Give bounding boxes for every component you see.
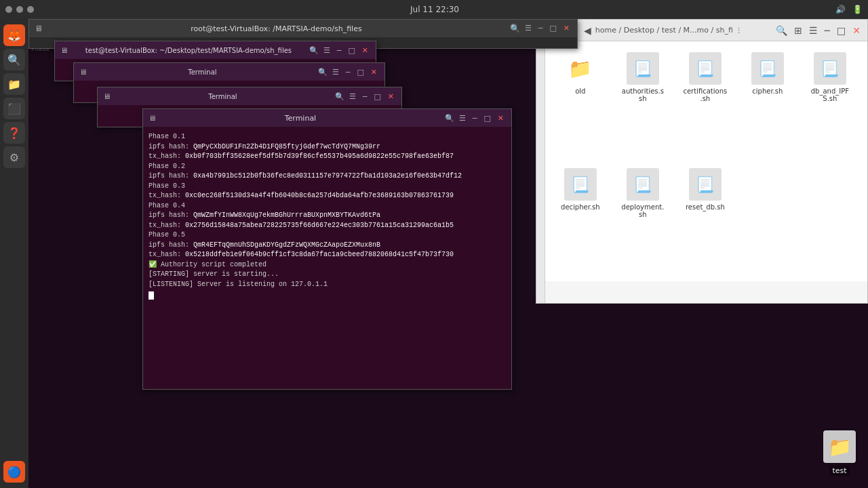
term5-buttons[interactable]: 🔍 ☰ ─ □ ✕ <box>510 24 572 33</box>
fm-item-cipher[interactable]: 📃 cipher.sh <box>741 49 795 157</box>
terminal-cursor <box>149 291 154 300</box>
fm-item-reset-db[interactable]: 📃 reset_db.sh <box>678 165 732 273</box>
fm-breadcrumb-m[interactable]: M...mo <box>684 26 709 35</box>
fm-breadcrumb-desktop[interactable]: Desktop <box>624 26 654 35</box>
main-search-btn[interactable]: 🔍 <box>445 114 454 123</box>
fm-sidebar-strip <box>536 41 545 303</box>
sidebar-icon-firefox[interactable]: 🦊 <box>3 24 25 46</box>
term2-minimize[interactable]: ─ <box>361 92 370 101</box>
main-terminal-body: Phase 0.1 ipfs hash: QmPyCXbDUF1Fn2Zb4D1… <box>143 127 511 389</box>
main-hamburger[interactable]: ☰ <box>457 114 468 123</box>
term4-hamburger[interactable]: ☰ <box>321 46 332 55</box>
fm-breadcrumb-text: home / Desktop / test / M...mo / sh_fi <box>595 26 733 35</box>
main-terminal-title: Terminal <box>160 114 441 123</box>
fm-toolbar-actions[interactable]: 🔍 ⊞ ☰ ─ □ ✕ <box>774 24 862 37</box>
taskbar-network-icon: 🔊 <box>835 5 846 14</box>
term3-close[interactable]: ✕ <box>369 68 379 77</box>
fm-item-certifications[interactable]: 📃 certifications.sh <box>678 49 732 157</box>
term4-buttons[interactable]: 🔍 ☰ ─ □ ✕ <box>309 46 370 55</box>
fm-item-decipher[interactable]: 📃 decipher.sh <box>553 165 608 273</box>
term4-maximize[interactable]: □ <box>346 46 357 55</box>
taskbar-right: 🔊 🔋 <box>835 5 863 14</box>
term4-title: test@test-VirtualBox: ~/Desktop/test/MAR… <box>72 47 305 54</box>
fm-item-db-icon: 📃 <box>814 52 846 85</box>
term2-search-btn[interactable]: 🔍 <box>335 92 344 101</box>
term-line-ipfs4: ipfs hash: QmWZmfYInWW8XqUg7ekmBGhUrrraB… <box>149 211 506 221</box>
term-cursor-line <box>149 289 506 300</box>
term-line-tx5: tx_hash: 0x5218ddfeb1e9f064b9cff1cf3c8da… <box>149 250 506 260</box>
fm-close-window-btn[interactable]: ✕ <box>851 24 862 37</box>
term5-close-btn[interactable]: ✕ <box>561 24 572 33</box>
fm-maximize-window-btn[interactable]: □ <box>835 24 847 37</box>
main-close[interactable]: ✕ <box>496 114 506 123</box>
fm-search-btn[interactable]: 🔍 <box>774 24 789 37</box>
term4-search-btn[interactable]: 🔍 <box>309 46 319 55</box>
term5-hamburger-btn[interactable]: ☰ <box>523 24 534 33</box>
fm-body: 📁 old 📃 authorities.ssh 📃 certifications… <box>536 41 867 303</box>
file-manager: ◀ home / Desktop / test / M...mo / sh_fi… <box>536 19 868 304</box>
fm-minimize-window-btn[interactable]: ─ <box>823 24 831 37</box>
term-line-phase01: Phase 0.1 <box>149 132 506 142</box>
sidebar-icon-help[interactable]: ❓ <box>3 122 25 144</box>
term2-maximize[interactable]: □ <box>372 92 382 101</box>
term2-buttons[interactable]: 🔍 ☰ ─ □ ✕ <box>335 92 396 101</box>
term5-minimize-btn[interactable]: ─ <box>536 24 545 33</box>
term5-maximize-btn[interactable]: □ <box>547 24 558 33</box>
main-maximize[interactable]: □ <box>481 114 492 123</box>
term-line-phase03: Phase 0.3 <box>149 182 506 192</box>
fm-breadcrumb-test[interactable]: test <box>662 26 676 35</box>
term3-hamburger[interactable]: ☰ <box>330 68 341 77</box>
fm-item-deployment[interactable]: 📃 deployment.sh <box>616 165 670 273</box>
fm-item-authorities[interactable]: 📃 authorities.ssh <box>616 49 670 157</box>
term5-window-buttons: 🖥 <box>35 24 43 33</box>
main-terminal-titlebar: 🖥 Terminal 🔍 ☰ ─ □ ✕ <box>143 109 511 127</box>
fm-separator-2: / <box>657 26 662 35</box>
fm-breadcrumb-sh[interactable]: sh_fi <box>716 26 733 35</box>
fm-item-decipher-icon: 📃 <box>564 168 597 201</box>
term-line-ipfs5: ipfs hash: QmR4EFTqQmnUhSDgaKDYGgdZFzWQX… <box>149 241 506 251</box>
fm-item-deployment-label: deployment.sh <box>621 203 664 218</box>
fm-item-old[interactable]: 📁 old <box>553 49 608 157</box>
term2-hamburger[interactable]: ☰ <box>347 92 358 101</box>
fm-item-cipher-icon: 📃 <box>751 52 784 85</box>
fm-breadcrumb-more[interactable]: ⋮ <box>736 26 743 34</box>
term-line-auth-complete: ✅ Authority script completed <box>149 260 506 270</box>
sidebar-icon-files[interactable]: 📁 <box>3 73 25 95</box>
term-line-tx4: tx_hash: 0x2756d15848a75abea728225735f66… <box>149 221 506 231</box>
fm-item-cipher-label: cipher.sh <box>752 87 783 95</box>
term5-search-btn[interactable]: 🔍 <box>510 24 520 33</box>
term2-icon: 🖥 <box>103 92 111 101</box>
main-minimize[interactable]: ─ <box>471 114 479 123</box>
fm-item-db[interactable]: 📃 db_and_IPFS.sh <box>803 49 857 157</box>
main-terminal[interactable]: 🖥 Terminal 🔍 ☰ ─ □ ✕ Phase 0.1 ipfs hash… <box>142 108 512 390</box>
term4-close[interactable]: ✕ <box>360 46 370 55</box>
term3-titlebar: 🖥 Terminal 🔍 ☰ ─ □ ✕ <box>74 63 384 81</box>
term5-icon: 🖥 <box>35 24 43 33</box>
fm-item-old-label: old <box>575 87 585 95</box>
fm-menu-btn[interactable]: ☰ <box>808 24 819 37</box>
term3-search-btn[interactable]: 🔍 <box>318 68 328 77</box>
term-line-tx3: tx_hash: 0xc0ec268f5130d34a4f4fb6040b8c6… <box>149 191 506 201</box>
main-terminal-buttons[interactable]: 🔍 ☰ ─ □ ✕ <box>445 114 506 123</box>
fm-item-authorities-label: authorities.ssh <box>622 87 664 102</box>
fm-breadcrumb-home[interactable]: home <box>595 26 616 35</box>
fm-nav-back[interactable]: ◀ <box>584 25 591 36</box>
term4-minimize[interactable]: ─ <box>335 46 344 55</box>
fm-item-reset-db-label: reset_db.sh <box>686 203 725 211</box>
fm-separator-1: / <box>618 26 623 35</box>
sidebar: 🦊 🔍 📁 ⬛ ❓ ⚙ 🔵 <box>0 19 28 488</box>
sidebar-icon-settings[interactable]: ⚙ <box>3 146 25 168</box>
fm-item-certifications-label: certifications.sh <box>683 87 727 102</box>
term3-maximize[interactable]: □ <box>355 68 366 77</box>
sidebar-icon-ubuntu[interactable]: 🔵 <box>3 461 25 483</box>
sidebar-icon-terminal[interactable]: ⬛ <box>3 98 25 119</box>
term-line-phase02: Phase 0.2 <box>149 162 506 172</box>
term3-minimize[interactable]: ─ <box>344 68 353 77</box>
fm-view-btn[interactable]: ⊞ <box>793 24 804 37</box>
sidebar-icon-search[interactable]: 🔍 <box>3 49 25 70</box>
fm-separator-3: / <box>678 26 683 35</box>
desktop-item-test[interactable]: 📁 test <box>823 430 856 476</box>
term2-close[interactable]: ✕ <box>386 92 396 101</box>
term3-icon: 🖥 <box>79 68 87 77</box>
term3-buttons[interactable]: 🔍 ☰ ─ □ ✕ <box>318 68 379 77</box>
